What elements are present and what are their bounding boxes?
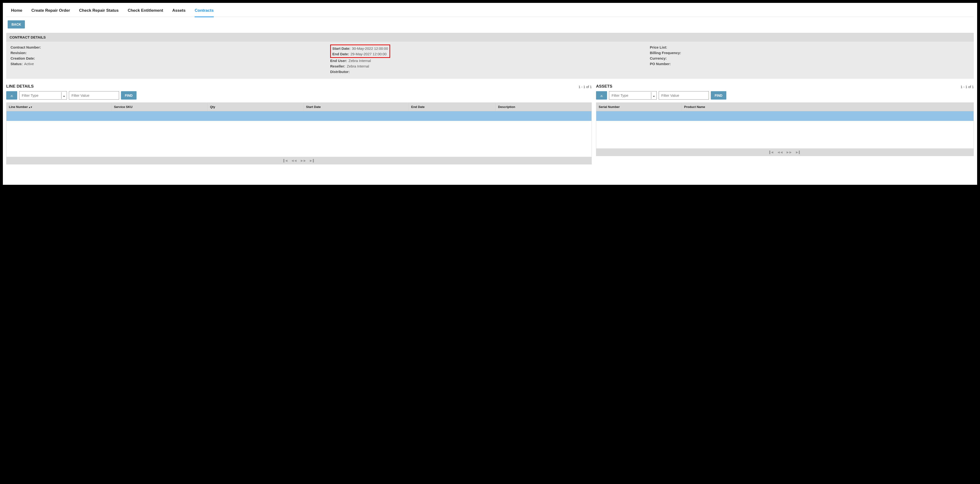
line-details-find-button[interactable]: FIND — [121, 91, 137, 99]
assets-pager: ▐◀ ◀◀ ▶▶ ▶▌ — [596, 149, 974, 156]
field-price-list: Price List: — [650, 45, 969, 50]
assets-filter-type-select[interactable]: ⌄ — [609, 91, 657, 99]
assets-filter-type-input[interactable] — [609, 91, 651, 99]
tab-check-repair-status[interactable]: Check Repair Status — [79, 7, 119, 15]
col-serial-number[interactable]: Serial Number — [596, 103, 682, 111]
field-start-date: Start Date: 30-May-2022 12:00:00 — [332, 46, 388, 51]
assets-count: 1 - 1 of 1 — [961, 85, 974, 89]
line-details-filter-value-input[interactable] — [69, 91, 119, 99]
field-status: Status: Active — [11, 61, 330, 67]
field-creation-date: Creation Date: — [11, 56, 330, 61]
assets-filter-value-input[interactable] — [659, 91, 709, 99]
tab-check-entitlement[interactable]: Check Entitlement — [128, 7, 163, 15]
price-list-label: Price List: — [650, 45, 667, 49]
line-details-title: LINE DETAILS — [6, 84, 34, 89]
col-line-number-label: Line Number — [9, 105, 28, 109]
pager-prev-icon[interactable]: ◀◀ — [291, 159, 297, 162]
line-details-row-selected[interactable] — [6, 111, 592, 121]
line-details-grid: Line Number▲▼ Service SKU Qty Start Date… — [6, 102, 592, 165]
tab-contracts[interactable]: Contracts — [195, 7, 213, 17]
end-user-value: Zebra Internal — [348, 59, 371, 63]
col-service-sku[interactable]: Service SKU — [111, 103, 208, 111]
back-button-wrap: BACK — [8, 20, 974, 29]
pager-first-icon[interactable]: ▐◀ — [768, 150, 774, 154]
start-date-label: Start Date: — [332, 46, 350, 51]
field-reseller: Reseller: Zebra Internal — [330, 64, 650, 69]
reseller-label: Reseller: — [330, 64, 345, 68]
end-date-label: End Date: — [332, 52, 349, 56]
contract-col-2: Start Date: 30-May-2022 12:00:00 End Dat… — [330, 45, 650, 74]
assets-grid: Serial Number Product Name ▐◀ ◀◀ ▶▶ ▶▌ — [596, 102, 974, 156]
app-container: Home Create Repair Order Check Repair St… — [3, 3, 977, 185]
line-details-toolbar: ⌄ FIND — [6, 91, 592, 99]
line-details-section: LINE DETAILS 1 - 1 of 1 ⌄ FIND Line Numb… — [6, 84, 592, 165]
status-label: Status: — [11, 62, 23, 66]
status-value: Active — [24, 62, 34, 66]
revision-label: Revision: — [11, 51, 27, 55]
col-description[interactable]: Description — [496, 103, 592, 111]
po-number-label: PO Number: — [650, 62, 671, 66]
line-details-pager: ▐◀ ◀◀ ▶▶ ▶▌ — [6, 157, 592, 164]
billing-frequency-label: Billing Frequency: — [650, 51, 681, 55]
assets-find-button[interactable]: FIND — [711, 91, 726, 99]
col-product-name[interactable]: Product Name — [682, 103, 974, 111]
line-details-header: LINE DETAILS 1 - 1 of 1 — [6, 84, 592, 89]
tab-home[interactable]: Home — [11, 7, 22, 15]
col-qty[interactable]: Qty — [207, 103, 304, 111]
field-end-user: End User: Zebra Internal — [330, 58, 650, 64]
distributor-label: Distributor: — [330, 70, 350, 74]
tab-assets[interactable]: Assets — [172, 7, 186, 15]
end-user-label: End User: — [330, 59, 347, 63]
col-start-date[interactable]: Start Date — [304, 103, 409, 111]
field-contract-number: Contract Number: — [11, 45, 330, 50]
line-details-grid-head: Line Number▲▼ Service SKU Qty Start Date… — [6, 103, 592, 111]
top-nav: Home Create Repair Order Check Repair St… — [6, 5, 974, 17]
chevron-down-icon: ⌄ — [61, 92, 67, 99]
field-po-number: PO Number: — [650, 61, 969, 67]
assets-empty-area — [596, 121, 974, 149]
line-details-count: 1 - 1 of 1 — [579, 85, 592, 89]
assets-download-button[interactable] — [596, 91, 607, 99]
contract-details-panel: CONTRACT DETAILS Contract Number: Revisi… — [6, 33, 974, 79]
contract-col-1: Contract Number: Revision: Creation Date… — [11, 45, 330, 74]
assets-section: ASSETS 1 - 1 of 1 ⌄ FIND Serial Number P… — [596, 84, 974, 165]
line-details-filter-type-select[interactable]: ⌄ — [19, 91, 67, 99]
col-line-number[interactable]: Line Number▲▼ — [6, 103, 111, 111]
field-billing-frequency: Billing Frequency: — [650, 50, 969, 56]
reseller-value: Zebra Internal — [347, 64, 369, 68]
field-currency: Currency: — [650, 56, 969, 61]
pager-last-icon[interactable]: ▶▌ — [310, 159, 316, 162]
line-details-empty-area — [6, 121, 592, 157]
sort-icon: ▲▼ — [28, 106, 32, 109]
line-details-download-button[interactable] — [6, 91, 17, 99]
line-details-filter-type-input[interactable] — [19, 91, 61, 99]
contract-number-label: Contract Number: — [11, 45, 41, 49]
tab-create-repair-order[interactable]: Create Repair Order — [31, 7, 70, 15]
creation-date-label: Creation Date: — [11, 56, 35, 60]
assets-title: ASSETS — [596, 84, 612, 89]
back-button[interactable]: BACK — [8, 20, 25, 29]
pager-first-icon[interactable]: ▐◀ — [282, 159, 288, 162]
assets-grid-head: Serial Number Product Name — [596, 103, 974, 111]
chevron-down-icon: ⌄ — [651, 92, 657, 99]
date-highlight-box: Start Date: 30-May-2022 12:00:00 End Dat… — [330, 45, 390, 58]
end-date-value: 29-May-2027 12:00:00 — [350, 52, 387, 56]
currency-label: Currency: — [650, 56, 667, 60]
contract-details-title: CONTRACT DETAILS — [6, 33, 974, 42]
field-revision: Revision: — [11, 50, 330, 56]
download-icon — [600, 94, 603, 97]
assets-header: ASSETS 1 - 1 of 1 — [596, 84, 974, 89]
sections-row: LINE DETAILS 1 - 1 of 1 ⌄ FIND Line Numb… — [6, 84, 974, 165]
contract-details-body: Contract Number: Revision: Creation Date… — [6, 42, 974, 79]
pager-next-icon[interactable]: ▶▶ — [301, 159, 307, 162]
pager-last-icon[interactable]: ▶▌ — [796, 150, 802, 154]
assets-row-selected[interactable] — [596, 111, 974, 121]
assets-toolbar: ⌄ FIND — [596, 91, 974, 99]
pager-next-icon[interactable]: ▶▶ — [787, 150, 792, 154]
field-end-date: End Date: 29-May-2027 12:00:00 — [332, 51, 388, 57]
col-end-date[interactable]: End Date — [409, 103, 496, 111]
download-icon — [10, 94, 14, 97]
pager-prev-icon[interactable]: ◀◀ — [778, 150, 783, 154]
start-date-value: 30-May-2022 12:00:00 — [352, 46, 388, 51]
contract-col-3: Price List: Billing Frequency: Currency:… — [650, 45, 969, 74]
